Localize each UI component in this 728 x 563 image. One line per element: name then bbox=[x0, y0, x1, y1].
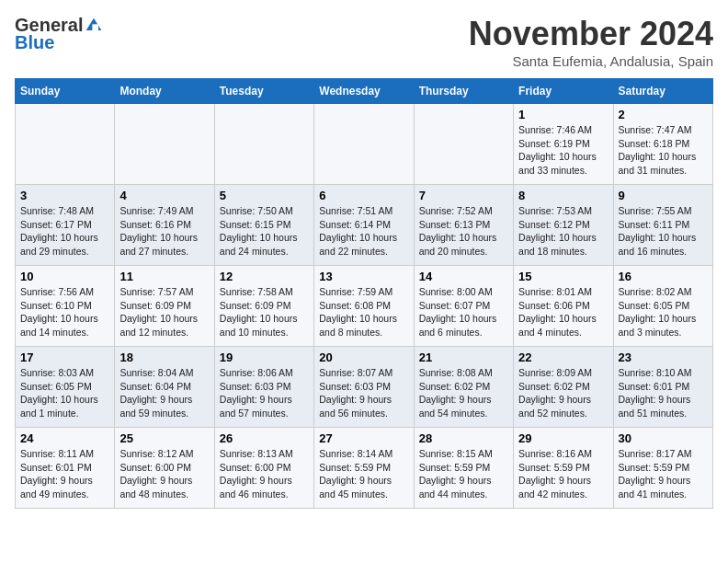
day-info: Sunrise: 7:50 AM Sunset: 6:15 PM Dayligh… bbox=[220, 204, 309, 259]
day-number: 9 bbox=[619, 189, 708, 202]
day-info: Sunrise: 8:08 AM Sunset: 6:02 PM Dayligh… bbox=[419, 366, 508, 420]
day-number: 27 bbox=[319, 431, 408, 445]
day-info: Sunrise: 8:00 AM Sunset: 6:07 PM Dayligh… bbox=[419, 285, 508, 339]
calendar-cell: 24Sunrise: 8:11 AM Sunset: 6:01 PM Dayli… bbox=[16, 428, 115, 509]
day-number: 24 bbox=[20, 431, 109, 445]
calendar-cell: 12Sunrise: 7:58 AM Sunset: 6:09 PM Dayli… bbox=[214, 266, 313, 347]
day-number: 20 bbox=[319, 350, 408, 364]
day-number: 14 bbox=[419, 270, 508, 283]
day-info: Sunrise: 7:55 AM Sunset: 6:11 PM Dayligh… bbox=[619, 204, 708, 259]
calendar-cell: 11Sunrise: 7:57 AM Sunset: 6:09 PM Dayli… bbox=[115, 266, 214, 347]
calendar-week-row: 17Sunrise: 8:03 AM Sunset: 6:05 PM Dayli… bbox=[16, 347, 713, 428]
logo-icon bbox=[85, 17, 103, 35]
calendar-week-row: 3Sunrise: 7:48 AM Sunset: 6:17 PM Daylig… bbox=[16, 185, 713, 266]
calendar-cell bbox=[214, 104, 313, 185]
weekday-header: Saturday bbox=[613, 79, 712, 104]
day-info: Sunrise: 8:07 AM Sunset: 6:03 PM Dayligh… bbox=[319, 366, 408, 420]
day-number: 26 bbox=[220, 431, 309, 445]
calendar-cell: 27Sunrise: 8:14 AM Sunset: 5:59 PM Dayli… bbox=[314, 428, 414, 509]
day-info: Sunrise: 7:49 AM Sunset: 6:16 PM Dayligh… bbox=[119, 204, 209, 259]
calendar-header: SundayMondayTuesdayWednesdayThursdayFrid… bbox=[16, 79, 713, 104]
calendar-cell: 21Sunrise: 8:08 AM Sunset: 6:02 PM Dayli… bbox=[414, 347, 513, 428]
weekday-header: Tuesday bbox=[214, 79, 313, 104]
day-info: Sunrise: 8:11 AM Sunset: 6:01 PM Dayligh… bbox=[20, 447, 109, 501]
day-info: Sunrise: 7:46 AM Sunset: 6:19 PM Dayligh… bbox=[518, 123, 608, 178]
day-number: 12 bbox=[220, 270, 309, 283]
calendar-cell: 2Sunrise: 7:47 AM Sunset: 6:18 PM Daylig… bbox=[613, 104, 712, 185]
day-number: 1 bbox=[518, 108, 608, 121]
calendar-week-row: 10Sunrise: 7:56 AM Sunset: 6:10 PM Dayli… bbox=[16, 266, 713, 347]
day-number: 2 bbox=[619, 108, 708, 121]
day-info: Sunrise: 8:06 AM Sunset: 6:03 PM Dayligh… bbox=[220, 366, 309, 420]
day-info: Sunrise: 7:56 AM Sunset: 6:10 PM Dayligh… bbox=[20, 285, 109, 339]
day-number: 21 bbox=[419, 350, 508, 364]
month-title: November 2024 bbox=[469, 15, 713, 53]
calendar-cell: 25Sunrise: 8:12 AM Sunset: 6:00 PM Dayli… bbox=[115, 428, 214, 509]
day-info: Sunrise: 7:52 AM Sunset: 6:13 PM Dayligh… bbox=[419, 204, 508, 259]
day-number: 11 bbox=[119, 270, 209, 283]
day-info: Sunrise: 7:47 AM Sunset: 6:18 PM Dayligh… bbox=[619, 123, 708, 178]
title-block: November 2024 Santa Eufemia, Andalusia, … bbox=[469, 15, 713, 69]
calendar-cell: 15Sunrise: 8:01 AM Sunset: 6:06 PM Dayli… bbox=[514, 266, 613, 347]
calendar-cell: 8Sunrise: 7:53 AM Sunset: 6:12 PM Daylig… bbox=[514, 185, 613, 266]
calendar-cell: 9Sunrise: 7:55 AM Sunset: 6:11 PM Daylig… bbox=[613, 185, 712, 266]
day-info: Sunrise: 8:01 AM Sunset: 6:06 PM Dayligh… bbox=[518, 285, 608, 339]
logo: General Blue bbox=[15, 15, 103, 53]
day-number: 17 bbox=[20, 350, 109, 364]
weekday-header: Monday bbox=[115, 79, 214, 104]
calendar-cell: 17Sunrise: 8:03 AM Sunset: 6:05 PM Dayli… bbox=[16, 347, 115, 428]
day-number: 13 bbox=[319, 270, 408, 283]
calendar-cell: 7Sunrise: 7:52 AM Sunset: 6:13 PM Daylig… bbox=[414, 185, 513, 266]
calendar-body: 1Sunrise: 7:46 AM Sunset: 6:19 PM Daylig… bbox=[16, 104, 713, 509]
day-info: Sunrise: 8:15 AM Sunset: 5:59 PM Dayligh… bbox=[419, 447, 508, 501]
day-info: Sunrise: 7:48 AM Sunset: 6:17 PM Dayligh… bbox=[20, 204, 109, 259]
day-info: Sunrise: 7:53 AM Sunset: 6:12 PM Dayligh… bbox=[518, 204, 608, 259]
logo-blue-text: Blue bbox=[15, 32, 54, 53]
day-number: 3 bbox=[20, 189, 109, 202]
day-info: Sunrise: 8:04 AM Sunset: 6:04 PM Dayligh… bbox=[119, 366, 209, 420]
calendar-cell bbox=[16, 104, 115, 185]
calendar-cell: 28Sunrise: 8:15 AM Sunset: 5:59 PM Dayli… bbox=[414, 428, 513, 509]
calendar-cell: 5Sunrise: 7:50 AM Sunset: 6:15 PM Daylig… bbox=[214, 185, 313, 266]
calendar-cell: 13Sunrise: 7:59 AM Sunset: 6:08 PM Dayli… bbox=[314, 266, 414, 347]
day-number: 30 bbox=[619, 431, 708, 445]
calendar-cell: 22Sunrise: 8:09 AM Sunset: 6:02 PM Dayli… bbox=[514, 347, 613, 428]
day-number: 19 bbox=[220, 350, 309, 364]
weekday-header: Friday bbox=[514, 79, 613, 104]
calendar-cell: 16Sunrise: 8:02 AM Sunset: 6:05 PM Dayli… bbox=[613, 266, 712, 347]
calendar-cell bbox=[314, 104, 414, 185]
day-number: 4 bbox=[119, 189, 209, 202]
day-info: Sunrise: 7:57 AM Sunset: 6:09 PM Dayligh… bbox=[119, 285, 209, 339]
weekday-header: Thursday bbox=[414, 79, 513, 104]
calendar-week-row: 1Sunrise: 7:46 AM Sunset: 6:19 PM Daylig… bbox=[16, 104, 713, 185]
day-info: Sunrise: 8:14 AM Sunset: 5:59 PM Dayligh… bbox=[319, 447, 408, 501]
day-number: 5 bbox=[220, 189, 309, 202]
calendar-cell: 23Sunrise: 8:10 AM Sunset: 6:01 PM Dayli… bbox=[613, 347, 712, 428]
day-number: 25 bbox=[119, 431, 209, 445]
calendar-cell: 6Sunrise: 7:51 AM Sunset: 6:14 PM Daylig… bbox=[314, 185, 414, 266]
page-header: General Blue November 2024 Santa Eufemia… bbox=[15, 15, 713, 69]
weekday-header: Wednesday bbox=[314, 79, 414, 104]
day-number: 16 bbox=[619, 270, 708, 283]
calendar-cell: 20Sunrise: 8:07 AM Sunset: 6:03 PM Dayli… bbox=[314, 347, 414, 428]
day-number: 15 bbox=[518, 270, 608, 283]
calendar-week-row: 24Sunrise: 8:11 AM Sunset: 6:01 PM Dayli… bbox=[16, 428, 713, 509]
day-info: Sunrise: 8:17 AM Sunset: 5:59 PM Dayligh… bbox=[619, 447, 708, 501]
day-number: 8 bbox=[518, 189, 608, 202]
location-subtitle: Santa Eufemia, Andalusia, Spain bbox=[469, 53, 713, 69]
day-info: Sunrise: 8:09 AM Sunset: 6:02 PM Dayligh… bbox=[518, 366, 608, 420]
calendar-cell: 30Sunrise: 8:17 AM Sunset: 5:59 PM Dayli… bbox=[613, 428, 712, 509]
day-number: 7 bbox=[419, 189, 508, 202]
calendar-cell: 19Sunrise: 8:06 AM Sunset: 6:03 PM Dayli… bbox=[214, 347, 313, 428]
svg-rect-1 bbox=[93, 24, 99, 30]
calendar-cell: 26Sunrise: 8:13 AM Sunset: 6:00 PM Dayli… bbox=[214, 428, 313, 509]
day-info: Sunrise: 7:58 AM Sunset: 6:09 PM Dayligh… bbox=[220, 285, 309, 339]
day-number: 22 bbox=[518, 350, 608, 364]
day-info: Sunrise: 7:59 AM Sunset: 6:08 PM Dayligh… bbox=[319, 285, 408, 339]
day-number: 29 bbox=[518, 431, 608, 445]
day-number: 6 bbox=[319, 189, 408, 202]
weekday-row: SundayMondayTuesdayWednesdayThursdayFrid… bbox=[16, 79, 713, 104]
calendar-cell: 4Sunrise: 7:49 AM Sunset: 6:16 PM Daylig… bbox=[115, 185, 214, 266]
calendar-cell: 10Sunrise: 7:56 AM Sunset: 6:10 PM Dayli… bbox=[16, 266, 115, 347]
day-number: 28 bbox=[419, 431, 508, 445]
